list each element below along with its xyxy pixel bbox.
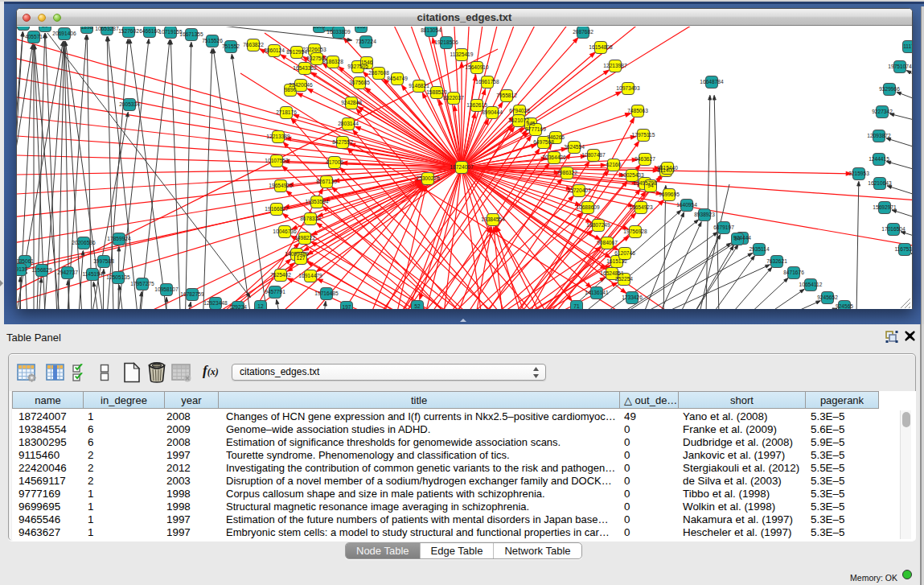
svg-text:16210643: 16210643 — [868, 180, 892, 186]
svg-text:10688609: 10688609 — [576, 204, 600, 210]
svg-text:94: 94 — [734, 236, 741, 241]
svg-text:9457791: 9457791 — [265, 289, 285, 295]
svg-text:71: 71 — [573, 303, 580, 309]
svg-text:23226053: 23226053 — [302, 47, 326, 52]
svg-text:16782759: 16782759 — [180, 291, 204, 297]
svg-text:7955812: 7955812 — [496, 93, 517, 98]
svg-text:6794028: 6794028 — [509, 108, 530, 113]
svg-text:22420046: 22420046 — [289, 82, 313, 88]
svg-text:17859924: 17859924 — [107, 236, 131, 241]
svg-text:2718176: 2718176 — [276, 109, 297, 115]
svg-text:17957275: 17957275 — [130, 281, 154, 286]
svg-text:746266: 746266 — [547, 134, 565, 140]
svg-text:19384554: 19384554 — [481, 216, 505, 222]
svg-text:52: 52 — [414, 303, 421, 309]
svg-text:252254: 252254 — [615, 276, 633, 282]
svg-text:19218506: 19218506 — [434, 39, 458, 45]
svg-text:8678332: 8678332 — [300, 216, 321, 221]
svg-text:3215953: 3215953 — [848, 171, 869, 176]
svg-text:2867608: 2867608 — [368, 70, 389, 76]
svg-text:10046736: 10046736 — [273, 229, 297, 234]
svg-text:12: 12 — [257, 303, 264, 309]
svg-text:8322037: 8322037 — [443, 95, 464, 101]
svg-text:8267130: 8267130 — [316, 179, 337, 184]
svg-text:10807487: 10807487 — [581, 152, 606, 158]
svg-text:9777169: 9777169 — [525, 126, 546, 132]
svg-text:1117: 1117 — [903, 43, 912, 49]
svg-text:9245652: 9245652 — [817, 295, 838, 300]
svg-text:1156829: 1156829 — [31, 267, 52, 273]
svg-text:19751074: 19751074 — [888, 64, 912, 69]
svg-text:19654923: 19654923 — [629, 204, 653, 210]
svg-text:6120746: 6120746 — [614, 250, 635, 256]
svg-text:10025433: 10025433 — [620, 172, 644, 178]
svg-text:16154808: 16154808 — [589, 44, 613, 50]
svg-text:751552: 751552 — [222, 43, 240, 49]
svg-text:9227342: 9227342 — [872, 109, 893, 114]
svg-text:105: 105 — [356, 27, 365, 29]
svg-text:8454749: 8454749 — [387, 76, 408, 81]
svg-text:16524851: 16524851 — [600, 270, 624, 276]
svg-text:8471676: 8471676 — [783, 270, 804, 275]
svg-text:20: 20 — [42, 27, 48, 28]
svg-text:1640954: 1640954 — [676, 202, 697, 208]
svg-text:9084067: 9084067 — [597, 240, 618, 245]
svg-text:20364436: 20364436 — [542, 154, 566, 160]
svg-text:7663822: 7663822 — [243, 42, 264, 47]
svg-text:7515526: 7515526 — [202, 38, 223, 43]
svg-text:12923448: 12923448 — [203, 300, 228, 306]
svg-text:16543362: 16543362 — [293, 65, 317, 71]
svg-text:1244415: 1244415 — [869, 156, 889, 162]
svg-text:9242848: 9242848 — [341, 100, 362, 105]
svg-text:3624554: 3624554 — [564, 144, 585, 150]
svg-text:9890: 9890 — [285, 87, 297, 93]
svg-text:9146821: 9146821 — [409, 83, 429, 89]
svg-text:2942737: 2942737 — [57, 270, 78, 275]
svg-text:7485063: 7485063 — [627, 108, 648, 113]
svg-text:11353594: 11353594 — [306, 199, 329, 204]
svg-text:15640910: 15640910 — [465, 64, 489, 70]
svg-text:1362615: 1362615 — [466, 102, 487, 108]
svg-text:1167533: 1167533 — [894, 246, 912, 252]
svg-text:8938923: 8938923 — [694, 212, 715, 217]
svg-text:8860124: 8860124 — [264, 47, 285, 53]
svg-text:945: 945 — [526, 121, 535, 126]
svg-text:16671355: 16671355 — [179, 31, 203, 37]
svg-text:25300275: 25300275 — [416, 175, 440, 181]
svg-text:14136141: 14136141 — [585, 290, 609, 295]
svg-text:160: 160 — [324, 27, 333, 27]
svg-text:10958107: 10958107 — [154, 286, 179, 292]
svg-text:129234: 129234 — [229, 304, 247, 309]
svg-text:1898: 1898 — [81, 27, 93, 30]
svg-text:17016504: 17016504 — [881, 226, 906, 232]
svg-text:1588520: 1588520 — [426, 89, 447, 95]
svg-text:3997588: 3997588 — [93, 258, 114, 264]
svg-text:9329966: 9329966 — [879, 86, 900, 92]
svg-text:19654925: 19654925 — [269, 183, 293, 188]
svg-text:10107553: 10107553 — [265, 158, 289, 163]
svg-text:2803144: 2803144 — [338, 121, 359, 126]
svg-text:8427552: 8427552 — [332, 139, 353, 145]
svg-text:6466160: 6466160 — [139, 28, 160, 34]
svg-text:19756928: 19756928 — [623, 229, 647, 234]
svg-text:1527602: 1527602 — [118, 28, 139, 34]
svg-text:15720407: 15720407 — [567, 187, 591, 193]
svg-text:20691406: 20691406 — [52, 31, 76, 36]
svg-text:17975115: 17975115 — [632, 132, 655, 138]
svg-text:1546: 1546 — [361, 60, 373, 65]
svg-text:9463627: 9463627 — [634, 156, 655, 162]
svg-text:16648784: 16648784 — [700, 79, 724, 84]
svg-text:12213389: 12213389 — [266, 134, 290, 139]
svg-text:197: 197 — [342, 304, 351, 309]
svg-text:16914479: 16914479 — [298, 273, 322, 278]
svg-text:12213987: 12213987 — [603, 63, 627, 68]
svg-text:16033809: 16033809 — [326, 29, 351, 35]
svg-text:3498222: 3498222 — [294, 235, 315, 241]
svg-text:10654112: 10654112 — [799, 282, 823, 287]
svg-text:39139: 39139 — [17, 266, 27, 272]
svg-text:20206536: 20206536 — [72, 240, 96, 245]
svg-text:8813054: 8813054 — [421, 27, 441, 33]
svg-text:12093872: 12093872 — [867, 133, 891, 138]
svg-text:9815440: 9815440 — [657, 165, 678, 171]
svg-text:835061: 835061 — [17, 258, 34, 264]
